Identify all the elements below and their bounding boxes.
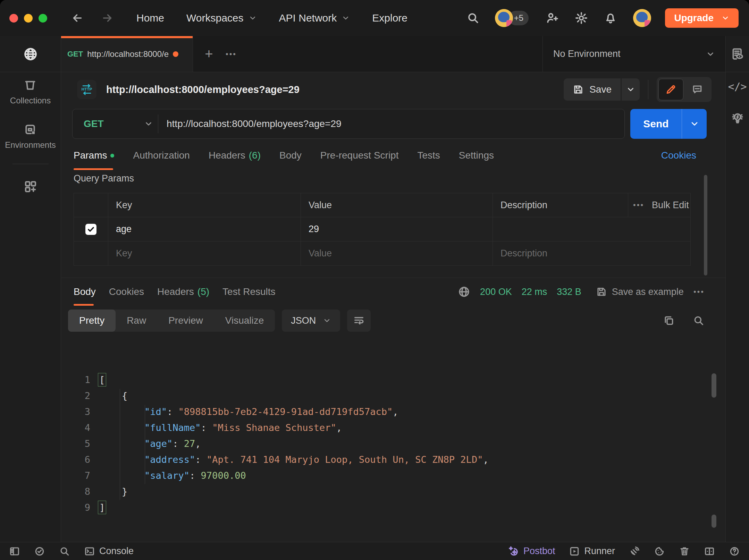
nav-explore[interactable]: Explore xyxy=(372,12,407,24)
params-scrollbar[interactable] xyxy=(704,175,707,275)
response-scrollbar-thumb[interactable] xyxy=(712,373,716,398)
capture-requests-button[interactable] xyxy=(629,546,640,557)
line-number: 8 xyxy=(61,486,99,497)
invite-user-icon[interactable] xyxy=(546,11,559,25)
param-value-cell[interactable]: 29 xyxy=(301,217,493,241)
checklist-button[interactable] xyxy=(34,546,45,557)
find-button[interactable] xyxy=(59,546,70,557)
forward-arrow-icon[interactable] xyxy=(101,12,113,24)
tab-params[interactable]: Params xyxy=(74,150,114,161)
save-options-button[interactable] xyxy=(622,78,640,101)
environment-quick-look-button[interactable] xyxy=(726,36,749,72)
format-select[interactable]: JSON xyxy=(282,309,340,332)
response-tab-cookies[interactable]: Cookies xyxy=(109,286,144,297)
environment-label: No Environment xyxy=(553,49,700,59)
method-select[interactable]: GET xyxy=(73,118,158,129)
upgrade-button[interactable]: Upgrade xyxy=(665,8,739,28)
settings-gear-icon[interactable] xyxy=(575,11,588,25)
bulk-edit-button[interactable]: Bulk Edit xyxy=(652,200,689,211)
request-title-row: HTTP http://localhost:8000/employees?age… xyxy=(61,72,725,107)
code-line: 3 "id": "898815bb-7eb2-4129-91ad-dd719fd… xyxy=(61,404,725,419)
split-pane-button[interactable] xyxy=(704,546,715,557)
window-close-button[interactable] xyxy=(9,14,18,23)
runner-button[interactable]: Runner xyxy=(569,546,615,557)
back-arrow-icon[interactable] xyxy=(71,12,84,24)
request-tab[interactable]: GET http://localhost:8000/e xyxy=(61,36,193,72)
view-pretty[interactable]: Pretty xyxy=(68,309,116,332)
cookies-button[interactable] xyxy=(654,546,665,557)
view-preview[interactable]: Preview xyxy=(157,309,214,332)
sidebar-item-environments[interactable]: Environments xyxy=(5,123,56,150)
params-more-actions-button[interactable]: ••• xyxy=(633,201,644,210)
indent-guide xyxy=(145,405,145,484)
tab-body[interactable]: Body xyxy=(279,150,302,161)
tab-title-label: http://localhost:8000/e xyxy=(87,49,169,59)
search-icon[interactable] xyxy=(466,11,480,25)
search-response-button[interactable] xyxy=(693,315,705,326)
param-key-cell[interactable]: age xyxy=(108,217,301,241)
param-description-input[interactable]: Description xyxy=(493,241,690,265)
param-key-input[interactable]: Key xyxy=(108,241,301,265)
copy-icon xyxy=(663,315,675,326)
save-button[interactable]: Save xyxy=(564,78,621,101)
tab-pre-request-script[interactable]: Pre-request Script xyxy=(320,150,399,161)
network-globe-icon[interactable] xyxy=(458,286,470,298)
row-checkbox[interactable] xyxy=(85,224,96,235)
response-code[interactable]: 1[2 {3 "id": "898815bb-7eb2-4129-91ad-dd… xyxy=(61,372,725,542)
tab-tests[interactable]: Tests xyxy=(417,150,440,161)
column-header-value: Value xyxy=(301,193,493,217)
tab-options-button[interactable]: ••• xyxy=(220,36,242,72)
console-button[interactable]: Console xyxy=(84,546,134,557)
time-badge[interactable]: 22 ms xyxy=(522,287,547,297)
size-badge[interactable]: 332 B xyxy=(557,287,581,297)
wrap-text-button[interactable] xyxy=(347,309,371,332)
nav-workspaces[interactable]: Workspaces xyxy=(186,12,257,24)
response-tab-body[interactable]: Body xyxy=(74,286,96,297)
tab-tests-label: Tests xyxy=(417,150,440,161)
param-value-input[interactable]: Value xyxy=(301,241,493,265)
tab-settings[interactable]: Settings xyxy=(459,150,494,161)
comment-button[interactable] xyxy=(685,79,710,100)
view-raw[interactable]: Raw xyxy=(116,309,157,332)
tab-authorization[interactable]: Authorization xyxy=(133,150,190,161)
sidebar-item-collections[interactable]: Collections xyxy=(10,78,51,105)
environment-selector[interactable]: No Environment xyxy=(542,36,725,72)
rename-request-button[interactable] xyxy=(658,79,683,100)
send-button[interactable]: Send xyxy=(630,109,682,139)
add-tab-button[interactable]: + xyxy=(198,36,220,72)
url-input[interactable]: http://localhost:8000/employees?age=29 xyxy=(158,118,624,129)
view-visualize[interactable]: Visualize xyxy=(214,309,275,332)
window-zoom-button[interactable] xyxy=(39,14,47,23)
status-badge[interactable]: 200 OK xyxy=(480,287,512,297)
info-lightbulb-button[interactable] xyxy=(731,111,744,125)
send-options-button[interactable] xyxy=(682,109,707,139)
response-tab-test-results[interactable]: Test Results xyxy=(222,286,276,297)
team-avatar-group[interactable]: +5 xyxy=(495,9,530,27)
workspace-globe-button[interactable] xyxy=(0,36,61,72)
nav-api-network[interactable]: API Network xyxy=(279,12,350,24)
save-as-example-button[interactable]: Save as example xyxy=(596,286,684,297)
user-avatar[interactable] xyxy=(633,9,651,27)
help-button[interactable] xyxy=(729,546,740,557)
rail-divider xyxy=(12,164,49,164)
window-minimize-button[interactable] xyxy=(24,14,33,23)
param-description-cell[interactable] xyxy=(493,217,690,241)
request-title: http://localhost:8000/employees?age=29 xyxy=(106,84,564,95)
response-options-button[interactable]: ••• xyxy=(693,287,705,296)
configure-modules-button[interactable] xyxy=(23,179,38,194)
copy-response-button[interactable] xyxy=(663,315,675,326)
response-tab-headers[interactable]: Headers (5) xyxy=(157,286,209,297)
trash-button[interactable] xyxy=(679,546,690,557)
postbot-button[interactable]: Postbot xyxy=(507,545,555,557)
notifications-bell-icon[interactable] xyxy=(604,11,617,25)
toggle-sidebar-button[interactable] xyxy=(9,546,20,557)
headers-count-badge: (6) xyxy=(249,150,261,161)
response-scrollbar-thumb[interactable] xyxy=(712,515,716,528)
nav-home[interactable]: Home xyxy=(136,12,164,24)
row-checkbox-cell xyxy=(74,217,108,241)
request-pane: GET http://localhost:8000/e + ••• No Env… xyxy=(61,36,725,266)
code-snippet-button[interactable]: </> xyxy=(728,80,747,93)
cookies-link[interactable]: Cookies xyxy=(661,150,696,161)
tab-headers[interactable]: Headers (6) xyxy=(209,150,261,161)
tab-authorization-label: Authorization xyxy=(133,150,190,161)
